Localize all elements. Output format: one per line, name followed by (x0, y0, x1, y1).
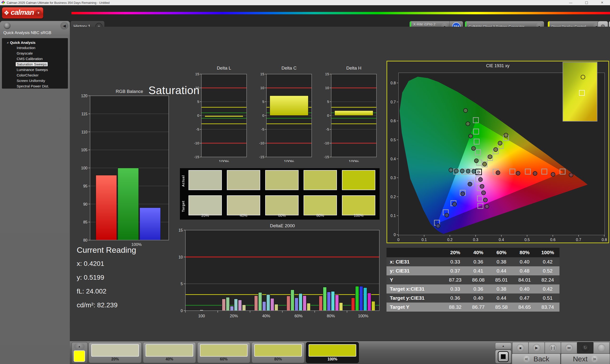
svg-text:60%: 60% (295, 314, 303, 318)
calman-app-window: Calman 2025 Calman Ultimate for Business… (0, 0, 610, 364)
svg-text:10: 10 (195, 86, 199, 90)
cie-measured-cyan (460, 169, 464, 173)
svg-text:0.8: 0.8 (390, 81, 396, 85)
single-measure-button[interactable]: ▶ (529, 342, 545, 353)
next-chevron-icon: » (591, 355, 598, 363)
stop-measure-button[interactable]: ■ (512, 342, 529, 353)
rainbow-accent-bar (71, 12, 610, 14)
svg-text:90: 90 (83, 202, 88, 206)
next-button[interactable]: Next » (561, 353, 610, 364)
sidebar-item-saturation-sweeps[interactable]: Saturation Sweeps (2, 62, 68, 67)
cie-zoom-inset (563, 62, 597, 121)
sidebar-item-grayscale[interactable]: Grayscale (2, 51, 68, 56)
sidebar-item-introduction[interactable]: Introduction (2, 45, 68, 51)
pattern-panel-up-button[interactable]: ▲ (74, 343, 85, 350)
patch-button-60[interactable]: 60% (197, 342, 250, 363)
table-cell: 0.51 (536, 295, 559, 301)
cie-measured-red (551, 172, 555, 177)
cie-1931-panel: CIE 1931 xy 00.10.20.30.40.50.60.70.800.… (387, 61, 609, 243)
cie-measured-cyan (449, 168, 453, 172)
main-content: Saturation Sweeps RGB Balance12011511010… (70, 27, 610, 341)
sidebar-item-cms-calibration[interactable]: CMS Calibration (2, 56, 68, 62)
back-chevron-icon: « (523, 355, 530, 363)
table-cell: 0.33 (444, 259, 467, 265)
cie-measured-blue (453, 202, 456, 206)
sidebar-item-spectral-power-dist[interactable]: Spectral Power Dist. (2, 83, 68, 89)
svg-text:0: 0 (394, 233, 396, 237)
svg-text:5: 5 (327, 100, 329, 104)
refresh-measure-button[interactable]: ↻ (577, 342, 593, 353)
table-cell: 0.52 (536, 268, 559, 274)
cie-measured-blue (436, 224, 440, 228)
patch-button-80[interactable]: 80% (252, 342, 305, 363)
swatch-target-40 (227, 195, 260, 215)
svg-text:0.2: 0.2 (447, 238, 453, 242)
patch-button-100[interactable]: 100% (306, 342, 359, 363)
svg-text:85: 85 (83, 220, 88, 224)
back-button[interactable]: « Back (512, 353, 560, 364)
swatch-col-label: 80% (304, 213, 337, 218)
extra-measure-button[interactable] (593, 342, 610, 353)
sidebar-item-luminance-sweeps[interactable]: Luminance Sweeps (2, 67, 68, 72)
svg-text:0.6: 0.6 (390, 119, 396, 123)
saturation-data-table: 20%40%60%80%100%x: CIE310.330.360.380.40… (387, 248, 559, 312)
cie-target-red (525, 169, 531, 174)
cie-measured-yellow (488, 155, 492, 159)
table-row-y-cie31: y: CIE310.370.410.440.480.52 (387, 266, 559, 275)
series-measure-button[interactable]: [··] (545, 342, 561, 353)
svg-text:10: 10 (260, 86, 264, 90)
transport-up-button[interactable]: ▲ (495, 343, 511, 349)
sidebar-item-screen-uniformity[interactable]: Screen Uniformity (2, 78, 68, 83)
cie-measured-green (464, 108, 467, 112)
cie-target-green (474, 139, 479, 144)
table-row-target-y-cie31: Target y:CIE310.360.400.440.470.51 (387, 294, 559, 302)
svg-text:RGB Balance: RGB Balance (116, 89, 143, 94)
svg-text:Delta C: Delta C (281, 65, 297, 70)
sidebar-collapse-button[interactable]: ◀ (60, 22, 68, 29)
bottom-bar: ▲ 20%40%60%80%100% ▲ ■ ▶ [··] ∞ ↻ « (70, 341, 610, 364)
deltae-2000-chart: DeltaE 200005101510020%40%60%80%100% (171, 221, 384, 319)
delta-h-chart: Delta H151050-5-10-15100% (318, 64, 378, 162)
table-col-header: 60% (490, 250, 513, 255)
stop-frame-icon (498, 351, 509, 362)
cie-measured-magenta (485, 204, 489, 208)
continuous-measure-button[interactable]: ∞ (561, 342, 577, 353)
table-cell: 0.44 (490, 268, 513, 274)
inset-target-square (579, 90, 585, 96)
restore-button[interactable] (579, 0, 594, 5)
workflow-title: Quick Analysis NBC sRGB (3, 30, 51, 35)
cie-measured-red (533, 171, 537, 176)
patch-swatch (146, 344, 193, 357)
cie-measured-green (472, 146, 476, 151)
calman-menu-dropdown-icon: ▼ (35, 10, 41, 16)
blank-pattern-button[interactable] (495, 350, 511, 364)
up-arrow-icon: ▲ (78, 345, 81, 348)
patch-label: 40% (143, 357, 196, 361)
tree-group-quick-analysis[interactable]: ◢ Quick Analysis (2, 40, 68, 45)
cie-measured-red (516, 171, 520, 175)
minimize-button[interactable]: — (563, 0, 579, 5)
meter-name: X-Rite i1Pro 2 (413, 22, 435, 26)
table-row-y: Y87.2386.0885.0184.0182.24 (387, 275, 559, 285)
patch-button-20[interactable]: 20% (89, 342, 142, 363)
svg-text:-10: -10 (194, 141, 199, 145)
svg-text:0.1: 0.1 (390, 214, 396, 218)
svg-text:0.3: 0.3 (473, 238, 478, 242)
cie-target-green (473, 117, 479, 123)
current-pattern-swatch[interactable] (74, 351, 85, 362)
svg-text:100%: 100% (349, 159, 359, 162)
sidebar-item-colorchecker[interactable]: ColorChecker (2, 72, 68, 78)
close-button[interactable]: × (594, 0, 610, 5)
cie-measured-blue (461, 192, 465, 196)
svg-text:0: 0 (181, 309, 183, 313)
table-cell: 88.32 (444, 304, 467, 310)
table-col-header: 80% (513, 250, 536, 255)
sidebar-knob-icon[interactable] (4, 22, 11, 29)
calman-menu-button[interactable]: ❖ calman ▼ (2, 7, 43, 19)
table-cell: 82.24 (536, 277, 559, 283)
table-cell: 0.40 (467, 295, 490, 301)
sidebar: ◀ Quick Analysis NBC sRGB ◢ Quick Analys… (0, 21, 70, 364)
cie-target-red (560, 169, 565, 174)
patch-button-40[interactable]: 40% (143, 342, 196, 363)
swatch-actual-60 (265, 170, 299, 190)
